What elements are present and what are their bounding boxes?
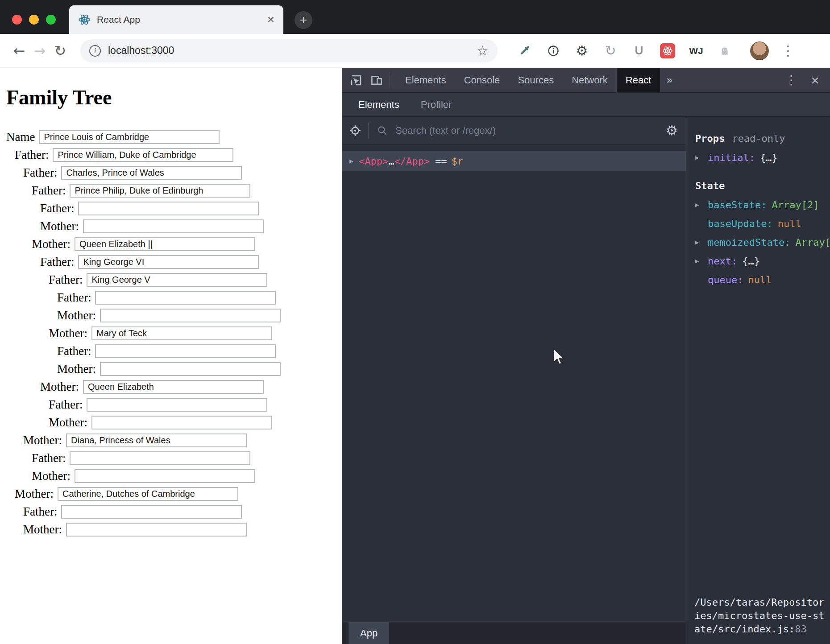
breadcrumb-app[interactable]: App [349, 622, 389, 644]
source-location-link[interactable]: /Users/taras/Repositories/microstates-us… [694, 596, 828, 636]
search-input[interactable] [394, 124, 658, 137]
father-name-input[interactable] [87, 273, 267, 287]
family-tree-row: Mother: [0, 326, 342, 340]
relation-label: Mother: [32, 469, 71, 483]
mother-name-input[interactable] [66, 433, 247, 447]
mother-name-input[interactable] [83, 380, 264, 394]
mother-name-input[interactable] [91, 416, 272, 429]
disclosure-icon[interactable]: ▶ [349, 157, 353, 165]
eyedropper-extension-icon[interactable] [517, 43, 532, 58]
prop-row-initial[interactable]: ▶initial:{…} [686, 148, 830, 167]
father-name-input[interactable] [61, 505, 242, 519]
u-extension-icon[interactable]: U [631, 43, 647, 58]
console-ref: $r [452, 156, 464, 167]
site-info-icon[interactable]: i [89, 45, 101, 57]
disclosure-icon[interactable]: ▶ [695, 201, 708, 208]
new-tab-button[interactable]: + [295, 11, 312, 29]
reload-button[interactable]: ↻ [50, 42, 71, 59]
family-tree-row: Father: [0, 255, 342, 269]
father-name-input[interactable] [87, 398, 267, 412]
disclosure-icon[interactable]: ▶ [695, 154, 708, 161]
browser-menu-button[interactable]: ⋮ [781, 43, 795, 58]
devtools-tab-console[interactable]: Console [455, 68, 509, 92]
prop-row-baseUpdate: baseUpdate:null [686, 214, 830, 233]
prop-row-next[interactable]: ▶next:{…} [686, 252, 830, 270]
father-name-input[interactable] [70, 451, 250, 465]
settings-gear-icon[interactable]: ⚙ [666, 123, 678, 138]
devtools-tab-sources[interactable]: Sources [509, 68, 563, 92]
relation-label: Mother: [57, 309, 96, 322]
prop-row-memoizedState[interactable]: ▶memoizedState:Array[2] [686, 233, 830, 252]
family-tree-row: Name [0, 130, 342, 144]
device-toolbar-icon[interactable] [370, 74, 383, 87]
father-name-input[interactable] [70, 184, 250, 198]
relation-label: Father: [49, 273, 83, 287]
bookmark-star-icon[interactable]: ☆ [477, 43, 489, 58]
devtools-tab-network[interactable]: Network [563, 68, 617, 92]
ghost-extension-icon[interactable] [717, 43, 732, 58]
relation-label: Father: [23, 166, 57, 180]
close-tab-icon[interactable]: × [267, 13, 274, 26]
gear-extension-icon[interactable]: ⚙ [574, 43, 589, 58]
inspect-react-element-icon[interactable] [342, 124, 368, 137]
inspect-element-icon[interactable] [349, 74, 363, 87]
devtools-close-icon[interactable]: × [811, 73, 819, 87]
wj-extension-icon[interactable]: WJ [689, 43, 704, 58]
react-devtools-subtab-profiler[interactable]: Profiler [410, 93, 463, 116]
family-tree-row: Mother: [0, 308, 342, 322]
devtools-tab-bar: ElementsConsoleSourcesNetworkReact [396, 68, 660, 92]
family-tree-row: Father: [0, 451, 342, 465]
father-name-input[interactable] [95, 291, 276, 305]
tab-title: React App [97, 14, 267, 25]
relation-label: Father: [49, 398, 83, 412]
disclosure-icon[interactable]: ▶ [695, 239, 708, 246]
browser-tab[interactable]: React App × [69, 5, 283, 34]
back-button[interactable]: ← [9, 42, 29, 59]
mother-name-input[interactable] [100, 309, 281, 322]
info-extension-icon[interactable] [546, 43, 561, 58]
father-name-input[interactable] [53, 148, 233, 162]
father-name-input[interactable] [95, 344, 276, 358]
mother-name-input[interactable] [75, 469, 255, 483]
family-tree-row: Mother: [0, 415, 342, 429]
address-bar[interactable]: i localhost:3000 ☆ [80, 39, 498, 62]
father-name-input[interactable] [78, 255, 259, 269]
relation-label: Father: [15, 148, 49, 162]
minimize-window-button[interactable] [29, 15, 39, 25]
react-devtools-extension-icon[interactable] [660, 43, 675, 58]
component-tree: ▶ <App> … </App> == $r [342, 144, 686, 622]
mother-name-input[interactable] [75, 237, 255, 251]
father-name-input[interactable] [78, 202, 259, 215]
refresh-extension-icon[interactable]: ↻ [603, 43, 618, 58]
relation-label: Father: [23, 505, 57, 519]
prop-row-baseState[interactable]: ▶baseState:Array[2] [686, 195, 830, 214]
prop-value: Array[2] [772, 199, 819, 211]
family-tree-row: Father: [0, 504, 342, 519]
devtools-tab-elements[interactable]: Elements [396, 68, 455, 92]
react-devtools-subtabs: ElementsProfiler [342, 93, 830, 117]
mother-name-input[interactable] [100, 362, 281, 376]
prop-value: null [748, 274, 772, 285]
mother-name-input[interactable] [83, 219, 264, 233]
mother-name-input[interactable] [66, 523, 247, 537]
react-devtools-subtab-elements[interactable]: Elements [348, 93, 410, 116]
devtools-menu-icon[interactable]: ⋮ [785, 73, 797, 87]
father-name-input[interactable] [61, 166, 242, 180]
more-tabs-icon[interactable]: » [666, 74, 673, 87]
window-controls [12, 15, 56, 25]
devtools-tab-react[interactable]: React [617, 68, 660, 92]
prop-value: Array[2] [795, 237, 830, 248]
profile-avatar[interactable] [750, 41, 769, 60]
disclosure-icon[interactable]: ▶ [695, 257, 708, 264]
close-window-button[interactable] [12, 15, 22, 25]
name-input[interactable] [39, 130, 220, 144]
component-tree-row-app[interactable]: ▶ <App> … </App> == $r [342, 151, 686, 171]
family-tree-row: Mother: [0, 522, 342, 537]
prop-value: {…} [760, 152, 778, 163]
mother-name-input[interactable] [91, 326, 272, 340]
family-tree-row: Father: [0, 201, 342, 215]
breadcrumb-bar: App [342, 622, 686, 644]
mother-name-input[interactable] [58, 487, 238, 501]
zoom-window-button[interactable] [46, 15, 56, 25]
forward-button[interactable]: → [29, 42, 50, 59]
